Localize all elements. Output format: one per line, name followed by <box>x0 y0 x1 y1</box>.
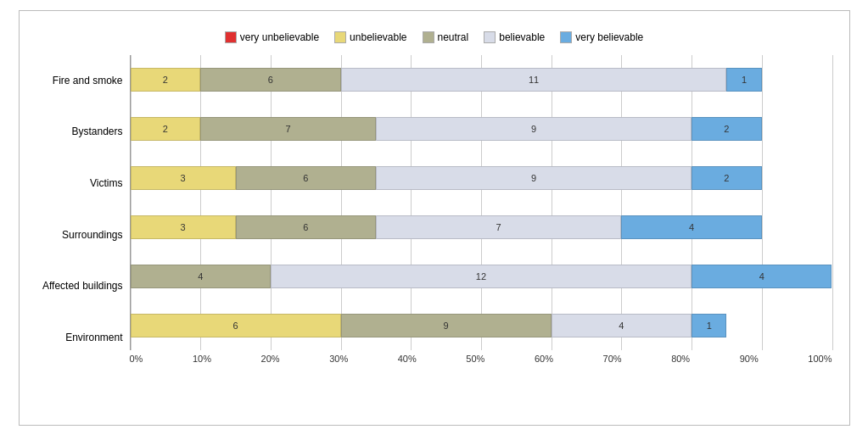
legend-item: unbelievable <box>334 31 406 43</box>
chart-container: very unbelievableunbelievableneutralbeli… <box>19 10 850 426</box>
bar-segment-very_believable: 2 <box>692 166 762 190</box>
y-axis-label: Victims <box>36 177 123 189</box>
legend-swatch <box>423 31 434 43</box>
x-axis-tick: 40% <box>398 354 417 364</box>
bar-segment-believable: 9 <box>376 166 692 190</box>
bar-segment-unbelievable: 2 <box>131 117 201 141</box>
x-axis-tick: 100% <box>808 354 832 364</box>
bar-segment-unbelievable: 3 <box>131 215 236 239</box>
bar-segment-very_believable: 4 <box>621 215 761 239</box>
bar-row: 2792 <box>131 117 832 141</box>
grid-line <box>271 55 272 350</box>
y-axis-label: Bystanders <box>36 125 123 137</box>
bar-row: 4124 <box>131 265 832 288</box>
legend-label: believable <box>499 31 545 43</box>
bar-segment-unbelievable: 2 <box>131 68 201 92</box>
bar-segment-unbelievable: 6 <box>131 314 341 337</box>
grid-line <box>621 55 622 350</box>
bar-segment-believable: 9 <box>376 117 692 141</box>
y-axis-label: Affected buildings <box>36 280 123 292</box>
grid-line <box>411 55 412 350</box>
bar-segment-believable: 12 <box>271 265 692 288</box>
bar-segment-neutral: 4 <box>131 265 271 288</box>
x-axis-tick: 80% <box>671 354 690 364</box>
bar-segment-believable: 11 <box>341 68 727 92</box>
bar-segment-neutral: 9 <box>341 314 552 337</box>
x-axis-tick: 70% <box>603 354 622 364</box>
grid-line <box>832 55 833 350</box>
x-axis-tick: 60% <box>535 354 553 364</box>
x-axis-tick: 0% <box>130 354 143 364</box>
x-axis-tick: 30% <box>329 354 348 364</box>
legend-swatch <box>560 31 572 43</box>
bar-row: 3674 <box>131 215 832 239</box>
chart-body: Fire and smokeBystandersVictimsSurroundi… <box>36 55 832 364</box>
legend-label: very unbelievable <box>240 31 319 43</box>
legend-swatch <box>334 31 346 43</box>
legend-label: very believable <box>575 31 643 43</box>
legend-swatch <box>225 31 237 43</box>
x-axis-tick: 10% <box>193 354 211 364</box>
x-axis-tick: 20% <box>261 354 280 364</box>
grid-line <box>762 55 763 350</box>
grid-line <box>552 55 552 350</box>
bar-row: 26111 <box>131 68 832 92</box>
y-axis-label: Surroundings <box>36 229 123 241</box>
grid-line <box>692 55 692 350</box>
x-axis: 0%10%20%30%40%50%60%70%80%90%100% <box>130 350 832 364</box>
bar-segment-believable: 4 <box>552 314 692 337</box>
bar-segment-very_believable: 4 <box>692 265 832 288</box>
legend-label: neutral <box>438 31 469 43</box>
bar-segment-very_believable: 1 <box>726 68 761 92</box>
bars-and-x-area: 2611127923692367441246941 0%10%20%30%40%… <box>130 55 832 364</box>
bar-segment-unbelievable: 3 <box>131 166 236 190</box>
x-axis-tick: 90% <box>740 354 759 364</box>
bar-segment-neutral: 6 <box>200 68 340 92</box>
grid-line <box>200 55 201 350</box>
legend-label: unbelievable <box>350 31 406 43</box>
bar-segment-neutral: 6 <box>236 166 376 190</box>
chart-legend: very unbelievableunbelievableneutralbeli… <box>36 31 832 43</box>
legend-item: very believable <box>560 31 643 43</box>
legend-item: very unbelievable <box>225 31 319 43</box>
bars-area: 2611127923692367441246941 <box>130 55 832 350</box>
bar-segment-believable: 7 <box>376 215 621 239</box>
legend-item: believable <box>484 31 545 43</box>
x-axis-tick: 50% <box>466 354 484 364</box>
grid-line <box>131 55 132 350</box>
y-axis-labels: Fire and smokeBystandersVictimsSurroundi… <box>36 55 130 364</box>
bar-segment-very_believable: 2 <box>692 117 762 141</box>
grid-lines <box>131 55 832 350</box>
grid-line <box>341 55 342 350</box>
grid-line <box>481 55 482 350</box>
legend-swatch <box>484 31 496 43</box>
y-axis-label: Environment <box>36 332 123 343</box>
bar-segment-very_believable: 1 <box>692 314 726 337</box>
legend-item: neutral <box>423 31 469 43</box>
bar-row: 6941 <box>131 314 832 337</box>
y-axis-label: Fire and smoke <box>36 75 123 86</box>
bar-segment-neutral: 6 <box>236 215 376 239</box>
bar-segment-neutral: 7 <box>200 117 376 141</box>
bar-row: 3692 <box>131 166 832 190</box>
